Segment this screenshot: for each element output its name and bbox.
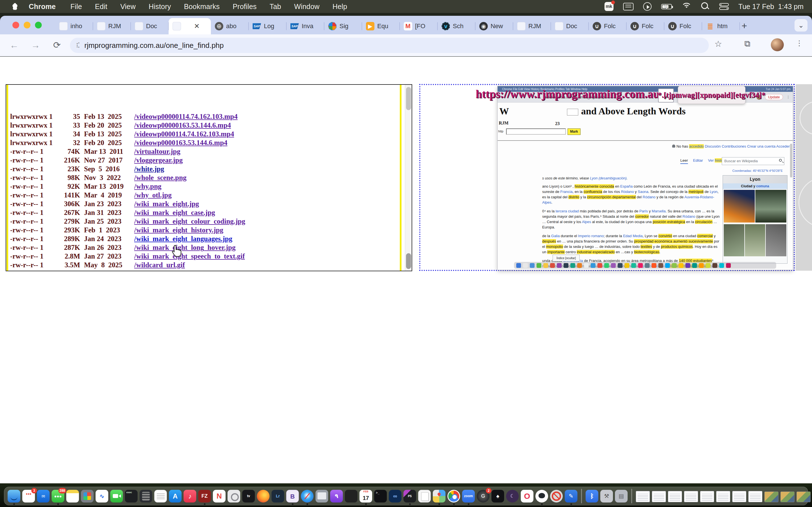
file-link[interactable]: /videowp0000114.74.162.103.mp4 — [134, 129, 234, 138]
tab[interactable]: Sig — [324, 18, 362, 34]
dock-item[interactable]: A — [169, 490, 182, 503]
maps-dock-icon[interactable] — [433, 490, 446, 503]
address-bar[interactable]: ⁝⁚ rjmprogramming.com.au/one_line_find.p… — [70, 38, 709, 53]
dock-item[interactable] — [301, 490, 313, 503]
tab[interactable]: ⊕ abo — [211, 18, 249, 34]
sep-dock-icon[interactable] — [581, 489, 582, 503]
file-link[interactable]: /wiki_mark_eight_history.jpg — [134, 226, 223, 234]
extensions-icon[interactable]: ⧉ — [744, 39, 750, 49]
preview-screenshot-image[interactable]: Chrome File Edit View History Bookmarks … — [497, 86, 793, 270]
tab[interactable]: M [FO — [400, 18, 438, 34]
facetime-dock-icon[interactable] — [110, 490, 123, 503]
bluetooth-dock-icon[interactable]: ᛒ — [586, 490, 598, 503]
tab-close-icon[interactable]: ✕ — [194, 22, 200, 30]
window-zoom-button[interactable] — [35, 22, 42, 29]
affinity-dock-icon[interactable]: ♠ — [492, 490, 504, 503]
podcasts-dock-icon[interactable]: ٩ — [330, 490, 343, 503]
window-close-button[interactable] — [12, 22, 19, 29]
pages-dock-icon[interactable] — [418, 490, 431, 503]
dock-item[interactable] — [418, 490, 431, 503]
tab[interactable]: RJM — [513, 18, 551, 34]
tab[interactable]: v Sch — [438, 18, 475, 34]
file-link[interactable]: /wiki_mark_eight_colour_coding.jpg — [134, 217, 245, 226]
dock-item[interactable]: ✉ — [37, 490, 50, 503]
launchpad-dock-icon[interactable] — [81, 490, 94, 503]
dock-item[interactable] — [636, 490, 650, 502]
dock-item[interactable] — [433, 490, 446, 503]
dock-item[interactable] — [448, 490, 460, 503]
site-settings-icon[interactable]: ⁝⁚ — [76, 41, 79, 49]
menu-item[interactable]: View — [120, 3, 136, 11]
win-dock-icon[interactable] — [748, 491, 762, 502]
file-link[interactable]: /vloggergear.jpg — [134, 156, 183, 165]
chrome-menu-icon[interactable]: ⋮ — [796, 39, 803, 48]
dock-item[interactable]: ✎ — [565, 490, 577, 503]
dock-item[interactable] — [140, 490, 152, 503]
firefox-dock-icon[interactable] — [257, 490, 269, 503]
dock-item[interactable] — [536, 490, 548, 503]
wifi-icon[interactable] — [681, 3, 692, 10]
menu-item[interactable]: Edit — [95, 3, 107, 11]
battery-icon[interactable]: ϟ — [661, 4, 672, 9]
tab[interactable]: SAP Log — [249, 18, 287, 34]
file-link[interactable]: /virtualtour.jpg — [134, 147, 181, 156]
dock-item[interactable]: ⚒ — [600, 490, 613, 503]
file-link[interactable]: /why.png — [134, 182, 161, 191]
file-link[interactable]: /white.jpg — [134, 165, 164, 173]
key-dock-icon[interactable] — [227, 490, 240, 503]
dock-item[interactable]: B — [286, 490, 299, 503]
file-link[interactable]: /whole_scene.png — [134, 173, 186, 182]
calendar-dock-icon[interactable]: 17 — [359, 490, 372, 503]
win-dock-icon[interactable] — [684, 491, 698, 502]
box-dock-icon[interactable]: ▤ — [615, 490, 627, 503]
menu-item[interactable]: Chrome — [29, 3, 56, 11]
menu-item[interactable]: Window — [294, 3, 319, 11]
tab[interactable]: ∪ Folc — [626, 18, 664, 34]
keyboard-input-icon[interactable] — [623, 3, 633, 10]
dock-item[interactable] — [154, 490, 167, 503]
new-tab-button[interactable]: + — [742, 20, 747, 31]
tab[interactable]: Doc — [551, 18, 589, 34]
img-dock-icon[interactable] — [797, 492, 811, 502]
dock-item[interactable]: >_ — [374, 490, 387, 503]
reload-button[interactable]: ⟳ — [50, 38, 64, 52]
dock-item[interactable] — [579, 489, 583, 503]
dock-item[interactable] — [315, 490, 328, 503]
tab[interactable]: ✕ — [168, 18, 211, 34]
opera-dock-icon[interactable]: O — [521, 490, 534, 503]
darkcal-dock-icon[interactable] — [345, 490, 357, 503]
appletv-dock-icon[interactable]: tv — [242, 490, 255, 503]
dock-item[interactable]: zoom — [462, 490, 475, 503]
file-list-scrollbar[interactable] — [405, 85, 412, 271]
tab[interactable]: Doc — [131, 18, 168, 34]
dock-item[interactable] — [748, 490, 762, 502]
dock-item[interactable]: Lr — [271, 490, 284, 503]
profile-avatar[interactable] — [771, 38, 784, 51]
dock-item[interactable] — [700, 490, 714, 502]
tab[interactable]: SAP Inva — [287, 18, 324, 34]
dock-item[interactable]: FZ — [198, 490, 211, 503]
face-dock-icon[interactable]: ☾ — [506, 490, 519, 503]
dock-item[interactable]: O — [521, 490, 534, 503]
menu-item[interactable]: Help — [333, 3, 347, 11]
file-link[interactable]: /why_otl.jpg — [134, 191, 172, 200]
tab[interactable]: RJM — [93, 18, 131, 34]
music-dock-icon[interactable]: ♪ — [184, 490, 196, 503]
tab[interactable]: ◉ New — [475, 18, 513, 34]
dock-item[interactable] — [684, 490, 698, 502]
file-link[interactable]: /wiki_mark_eight_speech_to_text.gif — [134, 252, 245, 261]
dock-item[interactable]: ▤ — [615, 490, 627, 503]
mackeeper-icon[interactable]: mk — [605, 2, 613, 11]
menu-item[interactable]: Tab — [269, 3, 281, 11]
back-button[interactable]: ← — [7, 38, 21, 52]
file-link[interactable]: /videowp0000163.53.144.6.mp4 — [134, 138, 227, 147]
safari-dock-icon[interactable] — [301, 490, 313, 503]
win-dock-icon[interactable] — [732, 491, 746, 502]
cc-dock-icon[interactable]: ∞ — [389, 490, 402, 503]
dock-item[interactable]: PS — [403, 490, 416, 503]
textedit-dock-icon[interactable] — [154, 490, 167, 503]
dock-item[interactable] — [668, 490, 682, 502]
file-link[interactable]: /window_dom_concept.gif — [134, 269, 213, 271]
terminal2-dock-icon[interactable]: >_ — [374, 490, 387, 503]
tab[interactable]: inho — [55, 18, 93, 34]
